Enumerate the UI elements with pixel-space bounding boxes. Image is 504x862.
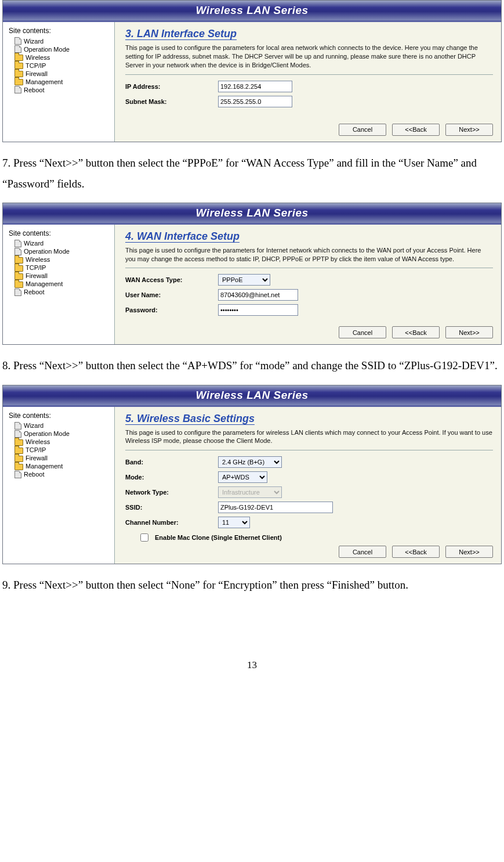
back-button[interactable]: <<Back — [392, 546, 440, 558]
next-button[interactable]: Next>> — [445, 124, 493, 136]
band-select[interactable]: 2.4 GHz (B+G) — [218, 456, 282, 468]
instruction-7: 7. Press “Next>>” button then select the… — [2, 153, 502, 194]
ssid-label: SSID: — [125, 504, 218, 511]
cancel-button[interactable]: Cancel — [339, 326, 386, 338]
app-header: Wireless LAN Series — [3, 203, 501, 225]
ip-input[interactable] — [218, 81, 292, 92]
sidebar-item-tcpip[interactable]: TCP/IP — [14, 62, 111, 69]
sidebar-item-label: TCP/IP — [26, 264, 46, 271]
sidebar-item-label: Firewall — [26, 272, 48, 279]
mac-clone-label: Enable Mac Clone (Single Ethernet Client… — [155, 534, 282, 541]
sidebar-item-label: Wizard — [24, 422, 43, 429]
file-icon — [14, 37, 21, 45]
file-icon — [14, 288, 21, 296]
folder-icon — [14, 55, 23, 61]
folder-icon — [14, 456, 23, 462]
mode-select[interactable]: AP+WDS — [218, 471, 267, 483]
page-desc: This page is used to configure the param… — [125, 44, 493, 75]
file-icon — [14, 422, 21, 430]
wan-label: WAN Access Type: — [125, 276, 218, 283]
back-button[interactable]: <<Back — [392, 326, 440, 338]
cancel-button[interactable]: Cancel — [339, 124, 386, 136]
sidebar-item-reboot[interactable]: Reboot — [14, 288, 111, 296]
sidebar-item-reboot[interactable]: Reboot — [14, 471, 111, 478]
main-content: 5. Wireless Basic Settings This page is … — [114, 407, 501, 564]
instruction-8: 8. Press “Next>>” button then select the… — [2, 355, 502, 376]
app-header: Wireless LAN Series — [3, 385, 501, 407]
sidebar-item-label: Reboot — [24, 288, 44, 295]
panel-lan-interface: Wireless LAN Series Site contents: Wizar… — [2, 0, 502, 142]
page-desc: This page is used to configure the param… — [125, 428, 493, 451]
sidebar-item-label: Reboot — [24, 471, 44, 478]
file-icon — [14, 471, 21, 478]
sidebar-item-wireless[interactable]: Wireless — [14, 438, 111, 446]
sidebar-item-label: Operation Mode — [24, 46, 70, 53]
ssid-input[interactable] — [218, 502, 333, 513]
sidebar-item-reboot[interactable]: Reboot — [14, 86, 111, 93]
sidebar-item-label: Wireless — [26, 256, 50, 263]
nettype-select: Infrastructure — [218, 486, 282, 498]
folder-icon — [14, 63, 23, 69]
file-icon — [14, 430, 21, 438]
sidebar-item-label: TCP/IP — [26, 446, 46, 453]
instruction-text: 9. Press “Next>>” button then select “No… — [2, 579, 408, 591]
panel-wireless-basic: Wireless LAN Series Site contents: Wizar… — [2, 385, 502, 565]
folder-icon — [14, 71, 23, 77]
instruction-text: 7. Press “Next>>” button then select the… — [2, 157, 477, 190]
sidebar: Site contents: Wizard Operation Mode Wir… — [3, 225, 114, 345]
back-button[interactable]: <<Back — [392, 124, 440, 136]
channel-label: Channel Number: — [125, 519, 218, 526]
sidebar-item-label: Wizard — [24, 240, 43, 247]
sidebar-title: Site contents: — [9, 229, 111, 237]
sidebar-item-label: Management — [26, 78, 63, 85]
sidebar-item-management[interactable]: Management — [14, 78, 111, 85]
page-heading: 4. WAN Interface Setup — [125, 230, 493, 243]
next-button[interactable]: Next>> — [445, 326, 493, 338]
page-heading: 3. LAN Interface Setup — [125, 28, 493, 40]
username-input[interactable] — [218, 289, 298, 301]
app-header: Wireless LAN Series — [3, 1, 501, 22]
folder-icon — [14, 282, 23, 288]
nav-tree: Wizard Operation Mode Wireless TCP/IP Fi… — [9, 37, 111, 93]
sidebar-item-tcpip[interactable]: TCP/IP — [14, 264, 111, 272]
sidebar-item-firewall[interactable]: Firewall — [14, 70, 111, 77]
mask-input[interactable] — [218, 96, 292, 107]
sidebar-item-firewall[interactable]: Firewall — [14, 272, 111, 280]
nettype-label: Network Type: — [125, 489, 218, 496]
sidebar-item-operation-mode[interactable]: Operation Mode — [14, 45, 111, 53]
folder-icon — [14, 79, 23, 85]
wan-select[interactable]: PPPoE — [218, 274, 270, 286]
sidebar-item-firewall[interactable]: Firewall — [14, 455, 111, 462]
sidebar-item-wizard[interactable]: Wizard — [14, 37, 111, 45]
nav-tree: Wizard Operation Mode Wireless TCP/IP Fi… — [9, 240, 111, 296]
password-label: Password: — [125, 306, 218, 313]
password-input[interactable] — [218, 304, 298, 316]
sidebar-item-label: TCP/IP — [26, 62, 46, 69]
sidebar-item-operation-mode[interactable]: Operation Mode — [14, 248, 111, 255]
sidebar-item-label: Wizard — [24, 38, 43, 45]
sidebar-item-wireless[interactable]: Wireless — [14, 53, 111, 61]
mode-label: Mode: — [125, 474, 218, 481]
sidebar-title: Site contents: — [9, 27, 111, 35]
sidebar-item-wizard[interactable]: Wizard — [14, 240, 111, 247]
sidebar-item-label: Firewall — [26, 455, 48, 461]
sidebar-item-management[interactable]: Management — [14, 280, 111, 288]
sidebar: Site contents: Wizard Operation Mode Wir… — [3, 22, 114, 142]
mask-label: Subnet Mask: — [125, 98, 218, 105]
sidebar-item-management[interactable]: Management — [14, 463, 111, 470]
folder-icon — [14, 464, 23, 470]
folder-icon — [14, 273, 23, 280]
channel-select[interactable]: 11 — [218, 517, 250, 528]
sidebar-item-wizard[interactable]: Wizard — [14, 422, 111, 430]
file-icon — [14, 86, 21, 93]
instruction-text: 8. Press “Next>>” button then select the… — [2, 359, 498, 372]
folder-icon — [14, 265, 23, 272]
cancel-button[interactable]: Cancel — [339, 546, 386, 558]
sidebar-item-wireless[interactable]: Wireless — [14, 256, 111, 264]
nav-tree: Wizard Operation Mode Wireless TCP/IP Fi… — [9, 422, 111, 478]
sidebar-item-operation-mode[interactable]: Operation Mode — [14, 430, 111, 438]
next-button[interactable]: Next>> — [445, 546, 493, 558]
sidebar-item-tcpip[interactable]: TCP/IP — [14, 446, 111, 454]
page-heading: 5. Wireless Basic Settings — [125, 413, 493, 425]
mac-clone-checkbox[interactable] — [140, 533, 148, 542]
